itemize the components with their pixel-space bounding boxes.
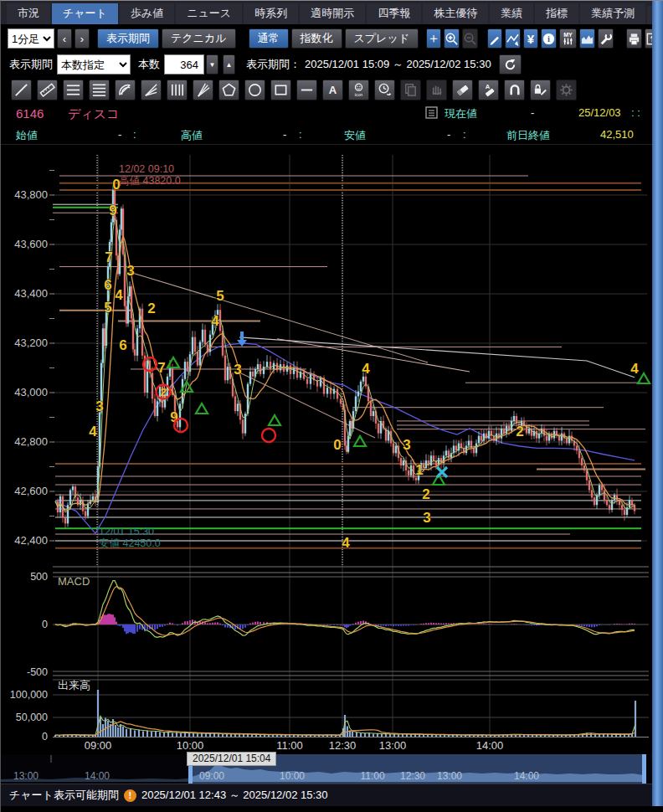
tab-shihyo[interactable]: 指標 (535, 3, 578, 24)
text-tool-icon[interactable]: A (322, 80, 343, 100)
eraser-text-tool-icon[interactable]: A (478, 80, 499, 100)
status-bar: チャート表示可能期間 ! 2025/12/01 12:43 ～ 2025/12/… (1, 784, 663, 806)
svg-text:0: 0 (42, 619, 48, 630)
quote-row-2: 始値 - : 高値 - : 安値 - : 前日終値 42,510 比 (1, 125, 663, 145)
svg-text:43,000: 43,000 (14, 386, 48, 398)
chart-axes: 43,80043,60043,40043,20043,00042,80042,6… (10, 188, 503, 752)
svg-text:14:00: 14:00 (476, 739, 504, 752)
open-colon: : (133, 128, 136, 141)
horizontal-line-tool-icon[interactable] (296, 80, 317, 100)
fib-arc-tool-icon[interactable] (115, 80, 136, 100)
parallel-lines-3-tool-icon[interactable] (63, 80, 84, 100)
open-value: - (118, 128, 121, 141)
period-bar: 表示期間 本数指定 本数 ▼ ▲ 表示期間： 2025/12/01 15:09 … (1, 53, 663, 76)
svg-text:5: 5 (104, 300, 111, 316)
count-down-button[interactable]: ▼ (206, 54, 218, 75)
tab-ayumine[interactable]: 歩み値 (120, 3, 174, 24)
svg-text:42,400: 42,400 (14, 534, 48, 547)
svg-text:1: 1 (415, 462, 423, 478)
count-up-button[interactable]: ▲ (223, 54, 235, 75)
svg-text:9: 9 (109, 203, 116, 218)
period-button[interactable]: 表示期間 (97, 28, 159, 49)
window-edge-scrollbar[interactable] (652, 1, 663, 806)
fib-fan-tool-icon[interactable] (141, 80, 162, 100)
area-chart-button[interactable] (579, 28, 595, 49)
spread-mode-button[interactable]: スプレッド (345, 28, 419, 49)
svg-text:3: 3 (423, 510, 430, 526)
print-button[interactable] (626, 28, 642, 49)
tab-bar: 市況 チャート 歩み値 ニュース 時系列 適時開示 四季報 株主優待 業績 指標… (1, 1, 663, 24)
svg-text:0: 0 (333, 437, 341, 453)
tab-gyoseki[interactable]: 業績 (490, 3, 533, 24)
parallel-lines-4-tool-icon[interactable] (89, 80, 110, 100)
trendline-tool-icon[interactable] (11, 80, 32, 100)
tab-news[interactable]: ニュース (176, 3, 242, 24)
pentagon-tool-icon[interactable] (218, 80, 239, 100)
svg-text:3: 3 (403, 437, 410, 453)
svg-text:3: 3 (126, 263, 134, 279)
settings-wrench-button[interactable] (598, 28, 614, 49)
svg-text:2: 2 (147, 301, 155, 316)
svg-text:3: 3 (234, 362, 241, 378)
prev-button[interactable]: ‹ (57, 28, 72, 49)
scrubber-right-handle[interactable] (642, 754, 647, 784)
tab-shikiho[interactable]: 四季報 (367, 3, 421, 24)
svg-text:500: 500 (30, 571, 48, 583)
normal-mode-button[interactable]: 通常 (249, 28, 289, 49)
draw-pencil-button[interactable] (487, 28, 502, 49)
tab-yutai[interactable]: 株主優待 (423, 3, 488, 24)
svg-text:12/01 15:30: 12/01 15:30 (99, 526, 154, 537)
fib-timezone-tool-icon[interactable] (167, 80, 188, 100)
index-mode-button[interactable]: 指数化 (291, 28, 342, 49)
next-button[interactable]: › (75, 28, 90, 49)
my-settings-button[interactable]: MY (559, 28, 577, 49)
crosshair-button[interactable]: ＋ (426, 28, 441, 49)
zoom-out-button[interactable] (462, 28, 478, 49)
pitchfork-tool-icon[interactable] (193, 80, 213, 100)
ellipse-tool-icon[interactable] (244, 80, 265, 100)
eraser-tool-icon[interactable] (452, 80, 473, 100)
tab-gyoseki-yosoku[interactable]: 業績予測 (580, 3, 645, 24)
candlestick-series (55, 185, 635, 533)
ruler-tool-icon[interactable] (37, 80, 58, 100)
low-label: 安値 (344, 128, 366, 143)
warning-icon: ! (124, 789, 136, 802)
svg-text:安値 42450.0: 安値 42450.0 (99, 537, 161, 549)
drawing-toolbar: A icon A (1, 76, 663, 103)
interval-select[interactable]: 1分足 (8, 28, 54, 49)
tab-chart[interactable]: チャート (52, 3, 118, 24)
copy-tool-icon[interactable] (400, 80, 421, 100)
price-line-button[interactable] (505, 28, 521, 49)
tab-shikyo[interactable]: 市況 (7, 3, 50, 24)
svg-text:09:00: 09:00 (85, 739, 112, 752)
zoom-in-button[interactable] (444, 28, 460, 49)
tab-jikeiretsu[interactable]: 時系列 (244, 3, 298, 24)
period-mode-select[interactable]: 本数指定 (57, 54, 131, 75)
current-price-label: 現在値 (445, 106, 477, 121)
count-input[interactable] (164, 54, 204, 75)
svg-text:3: 3 (95, 398, 103, 414)
info-button[interactable]: i (541, 28, 557, 49)
quote-row-1: 6146 ディスコ 現在値 - 25/12/03 : : (1, 103, 663, 125)
list-icon[interactable] (425, 106, 438, 121)
technical-button[interactable]: テクニカル (162, 28, 236, 49)
svg-text:7: 7 (105, 249, 112, 265)
svg-text:-500: -500 (27, 666, 48, 678)
time-cycle-tool-icon[interactable] (374, 80, 395, 100)
chart-window: 0973645254673349043123244212/02 09:10高値 … (0, 0, 663, 812)
magnet-tool-icon[interactable] (504, 80, 525, 100)
svg-text:43,400: 43,400 (14, 287, 48, 300)
stock-code: 6146 (16, 106, 44, 121)
svg-text:7: 7 (157, 360, 165, 376)
tool-settings-gear-icon[interactable] (556, 80, 577, 100)
yen-button[interactable]: ¥ (523, 28, 538, 49)
icon-stamp-tool-icon[interactable]: icon (348, 80, 369, 100)
rectangle-tool-icon[interactable] (270, 80, 291, 100)
svg-text:4: 4 (115, 287, 123, 303)
lock-edit-tool-icon[interactable] (530, 80, 551, 100)
period-bar-label: 表示期間 (9, 57, 53, 72)
hand-tool-icon[interactable] (426, 80, 447, 100)
tab-tekijikaiji[interactable]: 適時開示 (300, 3, 365, 24)
quote-time: : : (631, 106, 640, 119)
reload-button[interactable] (499, 54, 522, 75)
